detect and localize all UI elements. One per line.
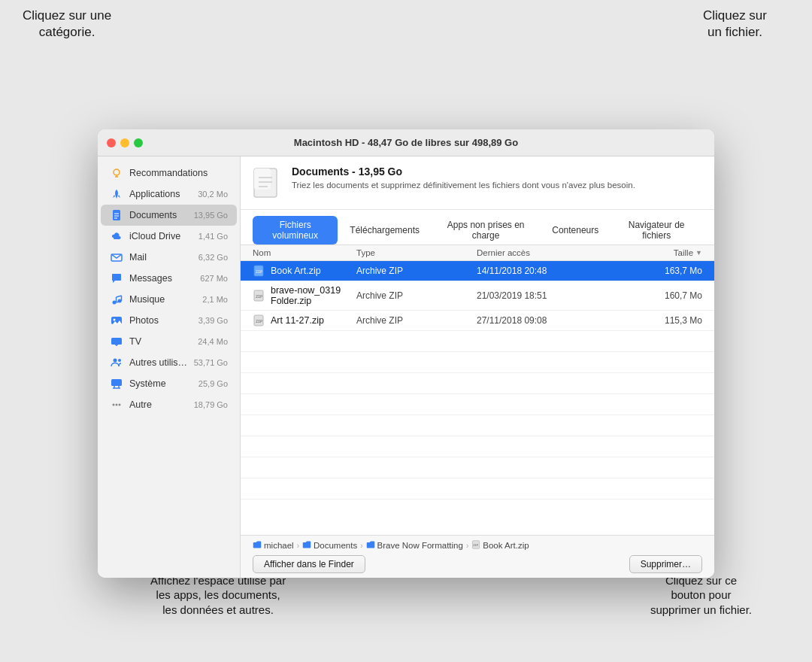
sidebar-item-systeme[interactable]: Système25,9 Go xyxy=(101,373,237,394)
svg-point-25 xyxy=(113,404,115,406)
zip-file-icon: ZIP xyxy=(253,314,265,326)
main-layout: RecommandationsApplications30,2 MoDocume… xyxy=(98,156,714,578)
table-row[interactable]: ZIPbrave-now_0319 Folder.zipArchive ZIP2… xyxy=(241,281,714,311)
file-name-cell: ZIPbrave-now_0319 Folder.zip xyxy=(253,285,356,306)
tab-telechargements[interactable]: Téléchargements xyxy=(341,216,429,244)
sidebar-item-recommandations[interactable]: Recommandations xyxy=(101,162,237,184)
svg-point-19 xyxy=(114,359,117,363)
sidebar-item-photos[interactable]: Photos3,39 Go xyxy=(101,310,237,331)
sidebar-item-mail[interactable]: Mail6,32 Go xyxy=(101,247,237,268)
svg-point-20 xyxy=(118,359,121,362)
maximize-button[interactable] xyxy=(134,138,143,147)
close-button[interactable] xyxy=(107,138,116,147)
category-header: Documents - 13,95 Go Triez les documents… xyxy=(241,156,714,210)
svg-point-0 xyxy=(114,169,120,175)
file-date: 21/03/2019 18:51 xyxy=(477,290,627,301)
sidebar-item-label: TV xyxy=(129,336,192,347)
computer-icon xyxy=(110,377,123,390)
table-row-empty xyxy=(241,373,714,394)
svg-point-27 xyxy=(119,404,121,406)
annotation-bottom-center: Affichez l'espace utilisé par les apps, … xyxy=(150,573,286,618)
sidebar-item-autre[interactable]: Autre18,79 Go xyxy=(101,394,237,415)
minimize-button[interactable] xyxy=(120,138,129,147)
svg-line-13 xyxy=(117,296,122,297)
rocket-icon xyxy=(110,187,123,201)
table-row-empty xyxy=(241,352,714,373)
table-row[interactable]: ZIPBook Art.zipArchive ZIP14/11/2018 20:… xyxy=(241,261,714,281)
bulb-icon xyxy=(110,166,123,180)
people-icon xyxy=(110,356,123,369)
sidebar-item-tv[interactable]: TV24,4 Mo xyxy=(101,331,237,352)
title-bar: Macintosh HD - 48,47 Go de libres sur 49… xyxy=(98,129,714,156)
svg-text:ZIP: ZIP xyxy=(256,269,262,274)
sidebar-item-musique[interactable]: Musique2,1 Mo xyxy=(101,289,237,310)
table-row-empty xyxy=(241,457,714,478)
folder-blue-icon xyxy=(302,540,311,551)
sidebar-item-size: 24,4 Mo xyxy=(198,337,228,346)
file-table: ZIPBook Art.zipArchive ZIP14/11/2018 20:… xyxy=(241,261,714,535)
breadcrumb-item-1: Documents xyxy=(302,540,357,551)
table-header: Nom Type Dernier accès Taille ▼ xyxy=(241,245,714,261)
file-name-cell: ZIPArt 11-27.zip xyxy=(253,314,356,326)
table-row-empty xyxy=(241,415,714,436)
svg-text:ZIP: ZIP xyxy=(256,319,262,323)
sidebar-item-label: Autres utilisat… xyxy=(129,357,188,368)
svg-point-26 xyxy=(116,404,118,406)
sidebar-item-label: Photos xyxy=(129,315,192,326)
folder-blue-icon xyxy=(253,540,262,551)
breadcrumb-separator: › xyxy=(466,542,468,550)
svg-rect-3 xyxy=(113,210,120,220)
file-size: 160,7 Mo xyxy=(627,290,702,301)
col-acces: Dernier accès xyxy=(477,248,627,257)
tab-conteneurs[interactable]: Conteneurs xyxy=(543,216,607,244)
delete-button[interactable]: Supprimer… xyxy=(629,555,702,573)
breadcrumb-item-2: Brave Now Formatting xyxy=(366,540,463,551)
sidebar-item-size: 25,9 Go xyxy=(198,379,228,388)
file-type: Archive ZIP xyxy=(356,266,477,276)
bottom-bar: michael›Documents›Brave Now Formatting›Z… xyxy=(241,535,714,578)
sidebar-item-size: 6,32 Go xyxy=(198,253,228,262)
file-name: Art 11-27.zip xyxy=(271,315,324,326)
zip-file-icon: ZIP xyxy=(253,290,265,302)
breadcrumb-label: Brave Now Formatting xyxy=(377,541,463,550)
annotation-top-left: Cliquez sur une catégorie. xyxy=(23,8,111,41)
sidebar-item-messages[interactable]: Messages627 Mo xyxy=(101,268,237,289)
main-window: Macintosh HD - 48,47 Go de libres sur 49… xyxy=(98,129,714,578)
file-name: Book Art.zip xyxy=(271,266,321,276)
sidebar-item-applications[interactable]: Applications30,2 Mo xyxy=(101,184,237,205)
svg-point-15 xyxy=(114,319,116,321)
action-bar: Afficher dans le Finder Supprimer… xyxy=(253,555,702,573)
breadcrumb-separator: › xyxy=(360,542,362,550)
svg-rect-21 xyxy=(111,379,122,386)
tab-apps-non-prises[interactable]: Apps non prises en charge xyxy=(432,216,540,244)
file-name: brave-now_0319 Folder.zip xyxy=(271,285,356,306)
dots-icon xyxy=(110,398,123,411)
tab-volumineux[interactable]: Fichiers volumineux xyxy=(253,216,338,244)
sidebar-item-size: 3,39 Go xyxy=(198,316,228,325)
music-icon xyxy=(110,293,123,306)
breadcrumb-item-3: ZIPBook Art.zip xyxy=(471,540,529,551)
table-row[interactable]: ZIPArt 11-27.zipArchive ZIP27/11/2018 09… xyxy=(241,311,714,331)
sidebar-item-size: 2,1 Mo xyxy=(202,295,228,304)
category-desc: Triez les documents et supprimez définit… xyxy=(292,179,635,191)
sidebar-item-autres-util[interactable]: Autres utilisat…53,71 Go xyxy=(101,352,237,373)
show-in-finder-button[interactable]: Afficher dans le Finder xyxy=(253,555,365,573)
sidebar-item-size: 13,95 Go xyxy=(194,211,228,220)
sidebar-item-size: 18,79 Go xyxy=(194,400,228,409)
table-row-empty xyxy=(241,478,714,500)
sidebar-item-size: 1,41 Go xyxy=(198,232,228,241)
content-area: Documents - 13,95 Go Triez les documents… xyxy=(241,156,714,578)
sidebar-item-label: Applications xyxy=(129,189,192,199)
sidebar-item-documents[interactable]: Documents13,95 Go xyxy=(101,205,237,226)
category-title: Documents - 13,95 Go xyxy=(292,166,635,178)
tabs-bar: Fichiers volumineuxTéléchargementsApps n… xyxy=(241,210,714,245)
window-title: Macintosh HD - 48,47 Go de libres sur 49… xyxy=(294,137,518,148)
file-type: Archive ZIP xyxy=(356,315,477,326)
svg-text:ZIP: ZIP xyxy=(474,544,480,547)
sidebar-item-label: Autre xyxy=(129,399,188,410)
sidebar: RecommandationsApplications30,2 MoDocume… xyxy=(98,156,241,578)
sidebar-item-size: 30,2 Mo xyxy=(198,190,228,199)
sidebar-item-icloud[interactable]: iCloud Drive1,41 Go xyxy=(101,226,237,247)
tab-navigateur[interactable]: Navigateur de fichiers xyxy=(611,216,702,244)
category-doc-icon xyxy=(253,167,283,203)
